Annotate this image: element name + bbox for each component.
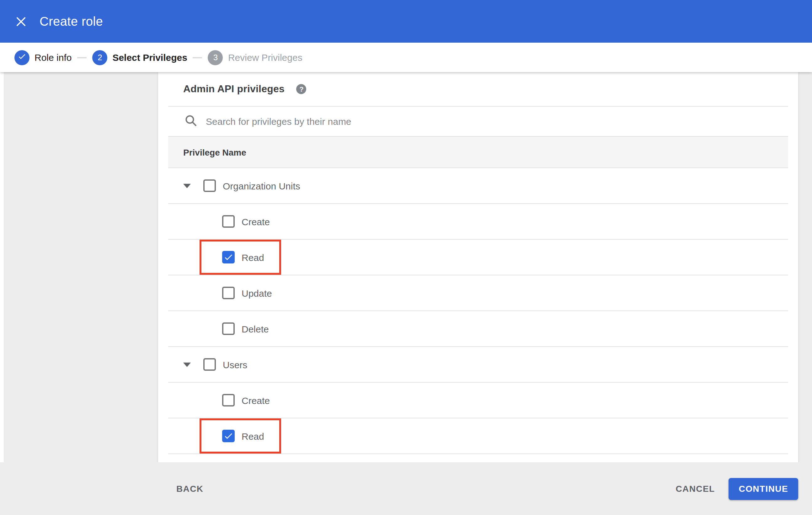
back-button[interactable]: BACK [176, 484, 204, 494]
step-review-privileges[interactable]: 3 Review Privileges [208, 50, 302, 65]
step-circle-upcoming: 3 [208, 50, 223, 65]
close-button[interactable] [15, 16, 26, 27]
step-circle-active: 2 [92, 50, 107, 65]
collapse-arrow-icon[interactable] [183, 362, 191, 367]
privilege-label: Update [241, 287, 272, 298]
privilege-row: Update [168, 275, 788, 311]
privilege-row: Create [168, 204, 788, 240]
check-icon [18, 52, 26, 63]
privilege-label: Read [241, 252, 264, 263]
step-circle-done [14, 50, 29, 65]
continue-button[interactable]: CONTINUE [729, 478, 798, 499]
left-backdrop [4, 72, 158, 462]
privilege-group-label: Organization Units [223, 180, 300, 191]
close-icon [16, 16, 26, 27]
step-label: Select Privileges [112, 52, 187, 63]
privileges-card: Admin API privileges ? Privilege Name Or… [158, 72, 798, 462]
privilege-label: Create [241, 395, 270, 405]
card-title-row: Admin API privileges ? [158, 72, 798, 106]
privilege-group-row: Users [168, 347, 788, 383]
privilege-group-label: Users [223, 359, 247, 370]
step-label: Review Privileges [228, 52, 302, 63]
stepper: Role info 2 Select Privileges 3 Review P… [0, 43, 812, 72]
privilege-label: Read [241, 431, 264, 441]
privilege-checkbox[interactable] [222, 323, 235, 335]
privilege-checkbox[interactable] [222, 215, 235, 228]
collapse-arrow-icon[interactable] [183, 183, 191, 188]
step-label: Role info [34, 52, 71, 63]
step-connector [193, 57, 202, 58]
privilege-checkbox[interactable] [222, 251, 235, 264]
app-bar: Create role [0, 0, 812, 43]
section-title: Admin API privileges [183, 84, 285, 95]
right-backdrop [798, 72, 812, 462]
step-connector [77, 57, 87, 58]
step-role-info[interactable]: Role info [14, 50, 71, 65]
step-select-privileges[interactable]: 2 Select Privileges [92, 50, 187, 65]
search-row [168, 106, 788, 136]
footer-bar: BACK CANCEL CONTINUE [0, 462, 812, 515]
search-icon [184, 114, 197, 129]
dialog-title: Create role [39, 14, 103, 29]
annotation-highlight-box [200, 240, 281, 275]
privilege-table: Privilege Name Organization UnitsCreateR… [168, 106, 788, 454]
table-header: Privilege Name [168, 136, 788, 168]
group-checkbox[interactable] [203, 179, 216, 192]
privilege-label: Delete [241, 323, 269, 334]
privilege-row: Read [168, 240, 788, 275]
privilege-group-row: Organization Units [168, 168, 788, 204]
privilege-checkbox[interactable] [222, 394, 235, 406]
cancel-button[interactable]: CANCEL [676, 484, 715, 494]
privilege-row: Delete [168, 311, 788, 347]
privilege-checkbox[interactable] [222, 430, 235, 442]
help-icon[interactable]: ? [296, 84, 307, 94]
privilege-checkbox[interactable] [222, 287, 235, 299]
search-input[interactable] [205, 115, 788, 127]
create-role-dialog: Create role Role info 2 Select Privilege… [0, 0, 812, 515]
group-checkbox[interactable] [203, 358, 216, 371]
privilege-row: Create [168, 383, 788, 418]
privilege-table-body: Organization UnitsCreateReadUpdateDelete… [168, 168, 788, 454]
annotation-highlight-box [200, 418, 281, 454]
privilege-label: Create [241, 216, 270, 227]
privilege-row: Read [168, 418, 788, 454]
